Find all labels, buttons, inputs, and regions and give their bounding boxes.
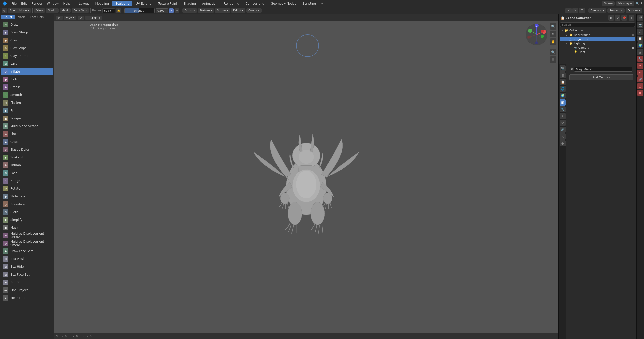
zoom-in-btn[interactable]: 🔍: [550, 23, 556, 30]
add-modifier-button[interactable]: Add Modifier: [569, 74, 633, 80]
dyntopo-dropdown[interactable]: Dyntopo▾: [588, 8, 606, 13]
scene-selector[interactable]: Scene: [602, 1, 615, 6]
menu-edit[interactable]: Edit: [19, 1, 29, 6]
transform-btn[interactable]: ↔: [550, 31, 556, 37]
brush-item-box-mask[interactable]: ⊞Box Mask: [1, 255, 53, 263]
brush-item-cloth[interactable]: ⊟Cloth: [1, 208, 53, 216]
radius-lock-icon[interactable]: 🔒: [116, 8, 121, 13]
brush-item-fill[interactable]: ◼Fill: [1, 107, 53, 114]
brush-item-box-face-set[interactable]: ⊞Box Face Set: [1, 271, 53, 278]
outliner-add-btn[interactable]: +: [629, 15, 634, 21]
brush-item-multi-plane[interactable]: ⊠Multi-plane Scrape: [1, 122, 53, 130]
normal-toggle[interactable]: N: [175, 8, 179, 13]
tab-compositing[interactable]: Compositing: [242, 1, 267, 6]
eye-icon[interactable]: 👁: [628, 29, 631, 32]
brush-item-pinch[interactable]: ◎Pinch: [1, 130, 53, 138]
tab-layout[interactable]: Layout: [76, 1, 92, 6]
info-button[interactable]: ℹ: [641, 2, 642, 5]
brush-item-clay[interactable]: ◉Clay: [1, 37, 53, 44]
tab-sculpting[interactable]: Sculpting: [112, 1, 132, 6]
brush-item-inflate[interactable]: ⊙Inflate: [1, 68, 53, 75]
brush-item-clay-strips[interactable]: ⊕Clay Strips: [1, 44, 53, 52]
brush-item-crease[interactable]: ◐Crease: [1, 83, 53, 91]
brush-item-draw[interactable]: ◎Draw: [1, 21, 53, 28]
tab-uv-editing[interactable]: UV Editing: [133, 1, 155, 6]
navigation-gizmo[interactable]: X Y Z: [525, 23, 548, 46]
brush-item-boundary[interactable]: ◌Boundary: [1, 200, 53, 208]
brush-item-simplify[interactable]: ◼Simplify: [1, 216, 53, 224]
scene-props-tab[interactable]: 🌐: [560, 86, 566, 92]
viewport-shading-btns[interactable]: ⬚ ◑ ● ○: [85, 16, 102, 20]
options-dropdown[interactable]: Options▾: [626, 8, 642, 13]
modifier-tab[interactable]: 🔧: [560, 106, 566, 112]
direction-toggle[interactable]: +: [169, 8, 174, 13]
outliner-settings-btn[interactable]: ⚙: [615, 15, 620, 21]
brush-item-draw-sharp[interactable]: ◈Draw Sharp: [1, 29, 53, 36]
material-tab[interactable]: ●: [560, 140, 566, 146]
brush-dropdown[interactable]: Brush▾: [182, 8, 197, 13]
outliner-filter-btn[interactable]: ⊙: [608, 15, 614, 21]
brush-item-grab[interactable]: ◉Grab: [1, 138, 53, 146]
particles-icon-btn[interactable]: ✦: [637, 63, 643, 69]
tree-item-lighting[interactable]: ▸ 📁 Lighting: [560, 41, 635, 46]
brush-item-snake-hook[interactable]: ◈Snake Hook: [1, 154, 53, 161]
mask-tab[interactable]: Mask: [15, 15, 27, 19]
tab-modeling[interactable]: Modeling: [92, 1, 112, 6]
render-icon-btn[interactable]: 📷: [637, 22, 643, 28]
view-dropdown[interactable]: View: [34, 8, 45, 13]
brush-item-multires-eraser[interactable]: ⊠Multires Displacement Eraser: [1, 232, 53, 239]
add-tab-button[interactable]: +: [319, 1, 325, 6]
brush-item-flatten[interactable]: ⊟Flatten: [1, 99, 53, 107]
brush-item-mask[interactable]: ◧Mask: [1, 224, 53, 231]
output-props-tab[interactable]: 🖨: [560, 72, 566, 78]
strength-bar[interactable]: Strength: [124, 8, 155, 13]
object-icon-btn[interactable]: ▣: [637, 49, 643, 55]
modifier-icon-btn[interactable]: 🔧: [637, 56, 643, 62]
tab-scripting[interactable]: Scripting: [299, 1, 319, 6]
hand-btn[interactable]: ☰: [550, 56, 556, 63]
menu-file[interactable]: File: [10, 1, 19, 6]
object-tab[interactable]: ▣: [560, 99, 566, 106]
tree-item-scene-collection[interactable]: ▾ 📁 Collection 👁 📷: [560, 28, 635, 33]
y-axis-btn[interactable]: Y: [572, 8, 578, 13]
brush-item-line-project[interactable]: —Line Project: [1, 286, 53, 294]
search-btn[interactable]: 🔍: [550, 49, 556, 55]
z-axis-btn[interactable]: Z: [579, 8, 585, 13]
cursor-dropdown[interactable]: Cursor▾: [246, 8, 262, 13]
tab-animation[interactable]: Animation: [199, 1, 220, 6]
object-name-input[interactable]: [574, 67, 632, 72]
view-layer-tab[interactable]: 📋: [560, 79, 566, 85]
outliner-search-input[interactable]: [560, 22, 635, 27]
face-sets-dropdown[interactable]: Face Sets: [72, 8, 89, 13]
texture-dropdown[interactable]: Texture▾: [198, 8, 214, 13]
brush-item-clay-thumb[interactable]: ⊗Clay Thumb: [1, 52, 53, 60]
remesh-dropdown[interactable]: Remesh▾: [607, 8, 625, 13]
brush-item-box-hide[interactable]: ⊞Box Hide: [1, 263, 53, 270]
output-icon-btn[interactable]: 🖨: [637, 29, 643, 35]
view-layer-icon-btn[interactable]: 📋: [637, 36, 643, 42]
material-icon-btn[interactable]: ●: [637, 90, 643, 96]
menu-render[interactable]: Render: [29, 1, 44, 6]
brush-item-smooth[interactable]: ◌Smooth: [1, 91, 53, 99]
radius-input[interactable]: [102, 8, 115, 13]
outliner-pin-btn[interactable]: 📌: [621, 15, 627, 21]
tab-shading[interactable]: Shading: [180, 1, 199, 6]
stroke-dropdown[interactable]: Stroke▾: [215, 8, 230, 13]
menu-help[interactable]: Help: [61, 1, 72, 6]
falloff-dropdown[interactable]: Falloff▾: [231, 8, 245, 13]
scene-icon-btn[interactable]: 🎬: [637, 15, 643, 21]
sculpt-mode-dropdown[interactable]: Sculpt Mode ▾: [8, 8, 31, 13]
physics-icon-btn[interactable]: ⚙: [637, 70, 643, 76]
tab-geometry-nodes[interactable]: Geometry Nodes: [268, 1, 299, 6]
tab-texture-paint[interactable]: Texture Paint: [155, 1, 180, 6]
viewport[interactable]: ◎ View▾ ⊙ ⬚ ◑ ● ○ User Perspective (61) …: [54, 14, 558, 339]
brush-item-thumb[interactable]: ⊗Thumb: [1, 161, 53, 169]
brush-item-box-trim[interactable]: ⊞Box Trim: [1, 279, 53, 286]
physics-tab[interactable]: ⚙: [560, 120, 566, 126]
particles-tab[interactable]: ✦: [560, 113, 566, 119]
viewport-overlay-btn[interactable]: ⊙: [78, 16, 84, 20]
tree-item-background[interactable]: ▸ 📁 Background: [560, 33, 635, 37]
face-sets-tab[interactable]: Face Sets: [28, 15, 46, 19]
brush-item-elastic-deform[interactable]: ⊕Elastic Deform: [1, 146, 53, 153]
grab-tool-btn[interactable]: ✋: [550, 38, 556, 45]
